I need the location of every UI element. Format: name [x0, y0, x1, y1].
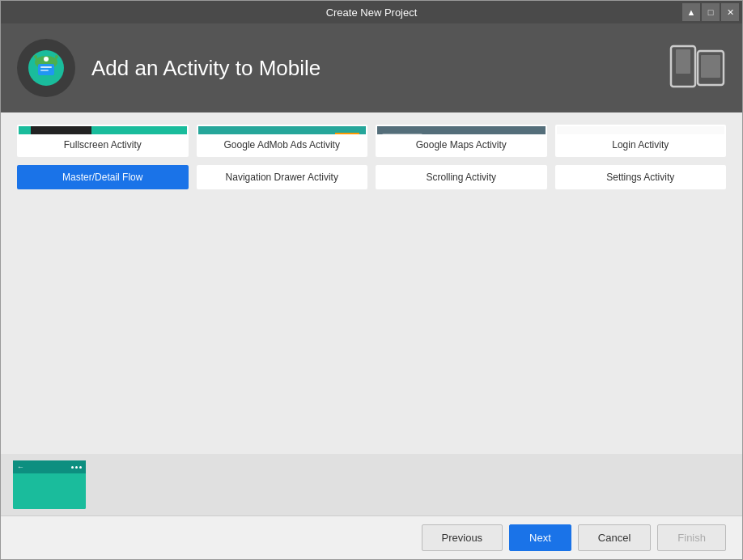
content-area: Fullscreen Activity PRO Google AdMob Ads… — [1, 112, 742, 515]
card-login[interactable]: Login Activity — [555, 125, 727, 157]
window-controls: ▲ □ ✕ — [682, 3, 739, 21]
thumbnail-maps: 📍 — [377, 126, 546, 134]
card-scrolling[interactable]: + Scrolling Activity — [376, 165, 547, 189]
cancel-button[interactable]: Cancel — [578, 524, 651, 551]
page-header: Add an Activity to Mobile — [1, 23, 742, 112]
title-bar: Create New Project ▲ □ ✕ — [1, 1, 742, 23]
next-button[interactable]: Next — [509, 524, 571, 551]
logo-svg — [26, 48, 66, 88]
thumbnail-login — [557, 126, 725, 134]
finish-button[interactable]: Finish — [657, 524, 726, 551]
label-admob: Google AdMob Ads Activity — [198, 134, 367, 155]
svg-point-9 — [55, 55, 58, 58]
thumbnail-fullscreen — [19, 126, 187, 134]
card-maps[interactable]: 📍 Google Maps Activity — [376, 125, 547, 157]
footer: Previous Next Cancel Finish — [1, 515, 742, 559]
activity-grid-container[interactable]: Fullscreen Activity PRO Google AdMob Ads… — [1, 112, 742, 454]
svg-rect-5 — [40, 70, 49, 71]
label-navdrawer: Navigation Drawer Activity — [198, 167, 367, 188]
svg-point-2 — [44, 57, 49, 62]
main-window: Create New Project ▲ □ ✕ Add an Activ — [0, 0, 743, 560]
svg-rect-11 — [676, 49, 690, 74]
device-icon — [669, 45, 726, 92]
card-navdrawer[interactable]: + Navigation Drawer Activity — [197, 165, 368, 189]
card-fullscreen[interactable]: Fullscreen Activity — [17, 125, 189, 157]
action-strip: ← — [1, 454, 742, 515]
page-title: Add an Activity to Mobile — [91, 56, 726, 81]
card-masterdetail[interactable]: Master/Detail Flow — [17, 165, 189, 189]
label-masterdetail: Master/Detail Flow — [19, 167, 187, 188]
previous-button[interactable]: Previous — [422, 524, 503, 551]
svg-point-8 — [34, 55, 37, 58]
minimize-button[interactable]: ▲ — [682, 3, 700, 21]
android-logo — [17, 39, 75, 97]
bottom-preview: ← — [13, 460, 86, 509]
window-title: Create New Project — [326, 6, 418, 19]
thumbnail-admob: PRO — [198, 126, 367, 134]
label-login: Login Activity — [557, 134, 725, 155]
label-maps: Google Maps Activity — [377, 134, 546, 155]
card-settings[interactable]: ← — [555, 165, 727, 189]
label-fullscreen: Fullscreen Activity — [19, 134, 187, 155]
label-settings: Settings Activity — [557, 167, 725, 188]
activity-grid: Fullscreen Activity PRO Google AdMob Ads… — [17, 125, 726, 189]
label-scrolling: Scrolling Activity — [377, 167, 546, 188]
svg-rect-4 — [40, 66, 52, 68]
card-admob[interactable]: PRO Google AdMob Ads Activity — [197, 125, 368, 157]
maximize-button[interactable]: □ — [702, 3, 720, 21]
svg-rect-13 — [701, 55, 720, 78]
close-button[interactable]: ✕ — [721, 3, 739, 21]
